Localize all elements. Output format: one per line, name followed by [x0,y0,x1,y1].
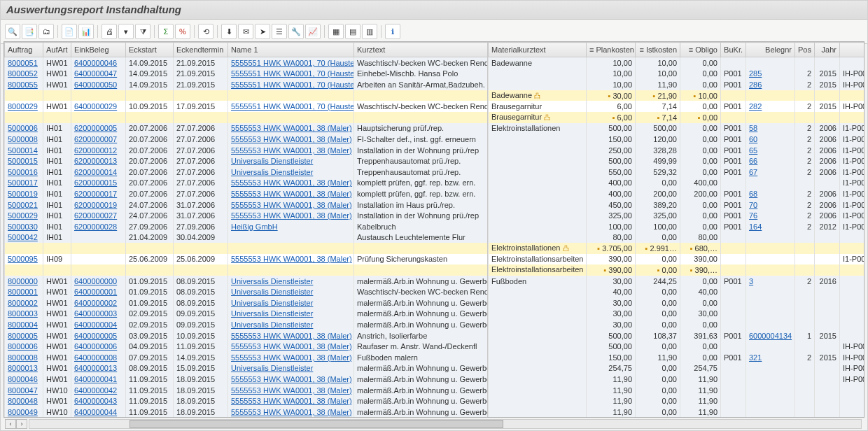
cell[interactable]: 5555551 HWK WA0001, 70 (Haustech.) [228,69,354,80]
table-row[interactable]: 5000030IH01620000002827.09.200627.09.200… [5,221,489,232]
table-row[interactable]: 5000095IH0925.06.200925.06.20095555553 H… [5,254,489,265]
cell[interactable]: 5555553 HWK WA0001, 38 (Maler) [228,385,354,396]
table-row[interactable]: 30,000,000,00 [489,319,864,330]
table-row[interactable]: 254,750,00254,75IH-P001-9- [489,363,864,374]
cell[interactable]: 5555553 HWK WA0001, 38 (Maler) [228,352,354,363]
cell[interactable]: 6400000042 [71,385,126,396]
cell[interactable]: 6400000013 [71,363,126,374]
col-header[interactable]: ≡ Istkosten [636,43,680,57]
cell[interactable]: 285 [746,69,795,80]
table-row[interactable]: 8000049HW10640000004411.09.201518.09.201… [5,407,489,417]
left-table[interactable]: AuftragAufArtEinkBelegEckstartEckendterm… [4,42,488,417]
cell[interactable]: 5555553 HWK WA0001, 38 (Maler) [228,395,354,407]
cell[interactable]: 8000049 [5,407,43,417]
sigma-green-icon[interactable]: Σ [158,24,174,39]
table-row[interactable]: 8000003HW01640000000302.09.201509.09.201… [5,309,489,320]
cell[interactable]: 60 [746,134,795,145]
chart-icon[interactable]: 📈 [305,24,321,39]
cell[interactable]: 8000048 [5,395,43,407]
cell[interactable]: 5555553 HWK WA0001, 38 (Maler) [228,188,354,199]
export-xls-icon[interactable]: 📊 [78,24,94,39]
cell[interactable]: 8000052 [5,69,43,80]
cell[interactable]: 5555551 HWK WA0001, 70 (Haustech.) [228,101,354,112]
cell[interactable]: 6200000028 [71,221,126,232]
table-row[interactable]: Elektroinstallationsarbeiten 凸▪ 390,00▪ … [489,264,864,276]
table-row[interactable]: 250,00328,280,00P0016522006I1-P001 [489,145,864,156]
table-row[interactable]: 8000048HW01640000004311.09.201518.09.201… [5,395,489,407]
table-row[interactable]: 5000042IH0121.04.200930.04.2009Austausch… [5,232,489,243]
cell[interactable]: 6400000001 [71,286,126,297]
col-header[interactable]: Eckstart [126,43,174,57]
cell[interactable]: Heißig GmbH [228,221,354,232]
table-row[interactable]: 8000047HW10640000004211.09.201518.09.201… [5,385,489,396]
info-icon[interactable]: ℹ [385,24,400,39]
table-row[interactable]: 5000008IH01620000000720.07.200627.07.200… [5,134,489,145]
col-header[interactable] [840,43,864,57]
table-row[interactable]: 8000051HW01640000004614.09.201521.09.201… [5,57,489,69]
table-row[interactable]: 8000001HW01640000000101.09.201508.09.201… [5,286,489,297]
cell[interactable]: 5555553 HWK WA0001, 38 (Maler) [228,210,354,221]
grid2-icon[interactable]: ▤ [345,24,360,39]
table-row[interactable]: 8000005HW01640000000503.09.201510.09.201… [5,330,489,341]
cell[interactable]: 6000004134 [746,330,795,341]
table-row[interactable]: 8000055HW01640000005014.09.201521.09.201… [5,79,489,90]
cell[interactable]: 5555551 HWK WA0001, 70 (Haustech.) [228,79,354,90]
cell[interactable]: 8000003 [5,309,43,320]
export-txt-icon[interactable]: 📄 [62,24,77,39]
cell[interactable]: 6200000019 [71,199,126,211]
scroll-right-button[interactable]: › [16,419,27,429]
cell[interactable]: Universalis Dienstleister [228,309,354,320]
cell[interactable]: 5000008 [5,134,43,145]
cell[interactable]: 5000016 [5,167,43,178]
right-table[interactable]: Materialkurztext≡ Plankosten≡ Istkosten≡… [488,42,864,417]
cell[interactable]: 5555553 HWK WA0001, 38 (Maler) [228,374,354,385]
cell[interactable]: 6400000006 [71,341,126,352]
cell[interactable]: 286 [746,79,795,90]
table-row[interactable]: 450,00389,200,00P0017022006I1-P001 [489,199,864,211]
refresh-icon[interactable]: 🔍 [5,24,20,39]
col-header[interactable]: Materialkurztext [489,43,587,57]
cell[interactable]: 8000046 [5,374,43,385]
cell[interactable]: 8000004 [5,319,43,330]
cell[interactable]: 5555553 HWK WA0001, 38 (Maler) [228,178,354,189]
table-row[interactable]: 11,900,0011,90IH-P001-9- [489,374,864,385]
table-row[interactable]: 8000000HW01640000000001.09.201508.09.201… [5,276,489,287]
col-header[interactable]: Name 1 [228,43,354,57]
cell[interactable]: 6400000004 [71,319,126,330]
horizontal-scrollbar[interactable]: ‹ › [5,419,863,429]
table-row[interactable]: 8000002HW01640000000201.09.201508.09.201… [5,297,489,309]
cell[interactable]: 65 [746,145,795,156]
cell[interactable]: 6200000005 [71,123,126,134]
cell[interactable]: 8000006 [5,341,43,352]
cell[interactable]: 6400000005 [71,330,126,341]
cell[interactable]: 6400000029 [71,101,126,112]
table-row[interactable] [5,243,489,254]
col-header[interactable]: EinkBeleg [71,43,126,57]
cell[interactable]: 5000015 [5,155,43,167]
filterpane-icon[interactable]: 🗂 [38,24,54,39]
table-row[interactable]: Elektroinstallationen 凸▪ 3.705,00▪ 2.991… [489,243,864,254]
cell[interactable]: 6400000043 [71,395,126,407]
table-row[interactable]: 5000021IH01620000001924.07.200631.07.200… [5,199,489,211]
cell[interactable]: 6400000047 [71,69,126,80]
cell[interactable]: 6400000046 [71,57,126,69]
cell[interactable]: 58 [746,123,795,134]
cell[interactable]: 67 [746,167,795,178]
cell[interactable]: 6400000002 [71,297,126,309]
cell[interactable]: 6200000015 [71,178,126,189]
cell[interactable]: 5555553 HWK WA0001, 38 (Maler) [228,330,354,341]
col-header[interactable]: Kurztext [354,43,489,57]
col-header[interactable]: Pos [795,43,815,57]
col-header[interactable]: Jahr [815,43,840,57]
cell[interactable]: 6200000014 [71,167,126,178]
table-row[interactable]: 5000006IH01620000000520.07.200627.07.200… [5,123,489,134]
table-row[interactable]: 8000006HW01640000000604.09.201511.09.201… [5,341,489,352]
col-header[interactable]: Auftrag [5,43,43,57]
cell[interactable]: 8000000 [5,276,43,287]
import-icon[interactable]: ⬇ [221,24,237,39]
cell[interactable]: 5000095 [5,254,43,265]
table-row[interactable]: 325,00325,000,00P0017622006I1-P001 [489,210,864,221]
table-row[interactable] [5,90,489,101]
cell[interactable]: 5000006 [5,123,43,134]
table-row[interactable]: 400,00200,00200,00P0016822006I1-P001 [489,188,864,199]
